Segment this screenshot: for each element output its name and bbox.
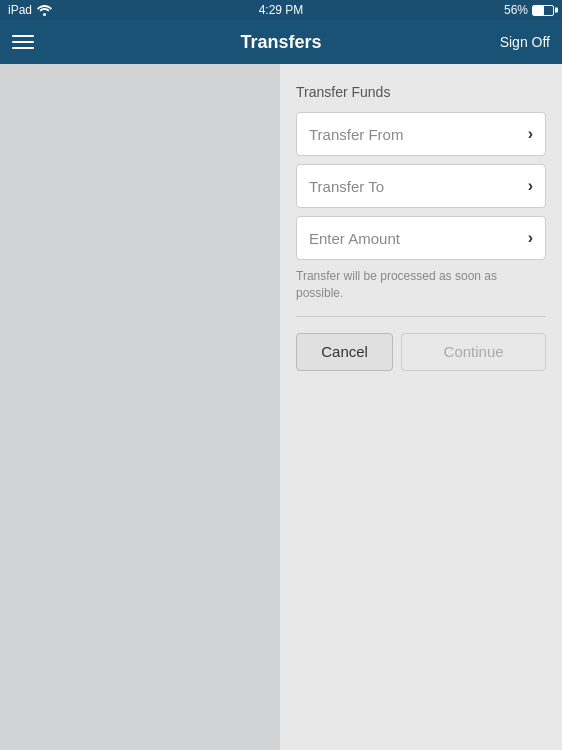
button-row: Cancel Continue [296,333,546,371]
transfer-from-row[interactable]: Transfer From › [296,112,546,156]
wifi-icon [37,5,52,16]
transfer-to-label: Transfer To [309,178,384,195]
transfer-from-chevron-icon: › [528,125,533,143]
helper-text: Transfer will be processed as soon as po… [296,268,546,302]
page-title: Transfers [240,32,321,53]
left-panel [0,64,280,750]
device-label: iPad [8,3,32,17]
divider [296,316,546,317]
menu-icon[interactable] [12,35,34,49]
section-title: Transfer Funds [296,84,546,100]
enter-amount-row[interactable]: Enter Amount › [296,216,546,260]
cancel-button[interactable]: Cancel [296,333,393,371]
enter-amount-label: Enter Amount [309,230,400,247]
main-content: Transfer Funds Transfer From › Transfer … [0,64,562,750]
status-right: 56% [504,3,554,17]
continue-button[interactable]: Continue [401,333,546,371]
svg-point-0 [43,13,46,16]
status-left: iPad [8,3,52,17]
battery-percent: 56% [504,3,528,17]
battery-icon [532,5,554,16]
enter-amount-chevron-icon: › [528,229,533,247]
transfer-to-chevron-icon: › [528,177,533,195]
sign-off-button[interactable]: Sign Off [500,34,550,50]
right-panel: Transfer Funds Transfer From › Transfer … [280,64,562,750]
status-time: 4:29 PM [259,3,304,17]
nav-bar: Transfers Sign Off [0,20,562,64]
transfer-from-label: Transfer From [309,126,403,143]
status-bar: iPad 4:29 PM 56% [0,0,562,20]
transfer-to-row[interactable]: Transfer To › [296,164,546,208]
